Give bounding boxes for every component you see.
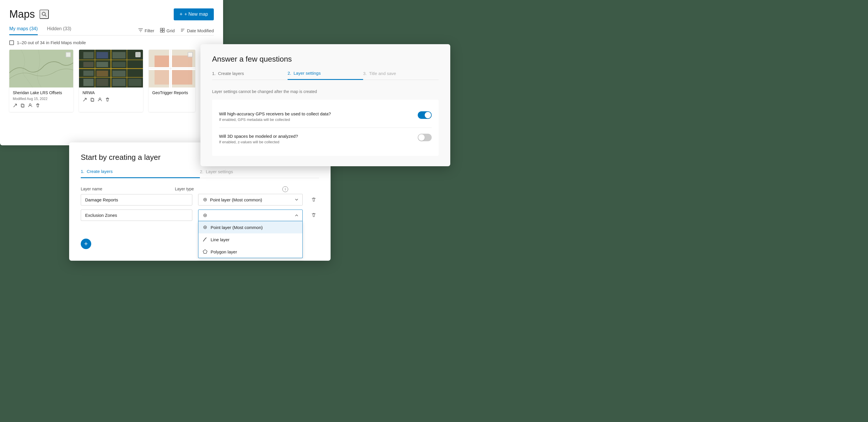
layer-type-dropdown: Point layer (Most common) Line layer Pol…: [198, 221, 303, 258]
layer-name-input-2[interactable]: [81, 210, 192, 221]
wizard-step-2[interactable]: 2. Layer settings: [200, 169, 319, 178]
warning-text: Layer settings cannot be changed after t…: [212, 89, 439, 94]
line-layer-option-icon: [203, 237, 208, 242]
delete-icon[interactable]: [35, 103, 40, 109]
dropdown-item-point[interactable]: Point layer (Most common): [198, 221, 302, 233]
date-modified-label: Date Modified: [187, 28, 214, 33]
maps-header: Maps + + New map: [9, 8, 214, 20]
map-card-1-body: Sheridan Lake LRS Offsets Modified Aug 1…: [9, 88, 73, 112]
open-icon[interactable]: [13, 103, 18, 109]
dropdown-item-polygon[interactable]: Polygon layer: [198, 246, 302, 258]
answer-step-1[interactable]: 1. Create layers: [212, 71, 287, 79]
step1-label: Create layers: [218, 71, 244, 76]
answer-step-3[interactable]: 3. Title and save: [363, 71, 439, 79]
line-option-label: Line layer: [211, 237, 229, 242]
map-card-3[interactable]: GeoTrigger Reports: [149, 50, 195, 112]
point-layer-icon: [203, 197, 208, 202]
3d-hint: If enabled, z-values will be collected: [219, 140, 298, 144]
share-icon-2[interactable]: [98, 97, 102, 103]
svg-rect-39: [172, 56, 192, 67]
gps-toggle[interactable]: [418, 111, 432, 119]
svg-point-12: [29, 104, 31, 106]
map-card-2-title: NRWA: [83, 90, 140, 95]
wizard-step-2-num: 2.: [200, 169, 204, 174]
open-icon-2[interactable]: [83, 97, 87, 103]
delete-row-1-button[interactable]: [309, 194, 319, 205]
toolbar: Filter Grid Date Modified: [138, 26, 214, 35]
3d-toggle[interactable]: [418, 134, 432, 141]
wizard-step-1-label: Create layers: [87, 169, 113, 174]
type-col-2: Point layer (Most common) Line layer Pol…: [198, 210, 303, 221]
dropdown-item-line[interactable]: Line layer: [198, 233, 302, 246]
form-header-row: Layer name Layer type i: [81, 186, 319, 191]
maps-panel: Maps + + New map My maps (34) Hidden (33…: [0, 0, 223, 145]
svg-rect-27: [83, 71, 94, 76]
answer-step-2[interactable]: 2. Layer settings: [287, 71, 363, 80]
terrain-map-preview: [9, 50, 73, 88]
step1-num: 1.: [212, 71, 216, 76]
map-thumb-3: [149, 50, 195, 88]
map-card-2-actions: [83, 97, 140, 103]
wizard-step-1[interactable]: 1. Create layers: [81, 169, 200, 178]
map-card-2-check[interactable]: [135, 52, 141, 57]
map-thumb-1: [9, 50, 73, 88]
select-all-checkbox[interactable]: [9, 40, 14, 45]
3d-question-text: Will 3D spaces be modeled or analyzed? I…: [219, 134, 298, 144]
tab-hidden[interactable]: Hidden (33): [47, 26, 71, 35]
name-header: Layer name: [81, 186, 169, 191]
search-button[interactable]: [39, 9, 49, 19]
polygon-option-label: Polygon layer: [211, 249, 237, 254]
svg-rect-38: [155, 56, 169, 67]
date-modified-button[interactable]: Date Modified: [180, 28, 214, 33]
svg-rect-3: [163, 28, 164, 30]
answer-dialog: Answer a few questions 1. Create layers …: [200, 44, 450, 166]
gps-question-text: Will high-accuracy GPS receivers be used…: [219, 111, 331, 122]
share-icon[interactable]: [28, 103, 33, 109]
map-card-1-check[interactable]: [66, 52, 71, 57]
tab-my-maps[interactable]: My maps (34): [9, 26, 38, 35]
grid-button[interactable]: Grid: [160, 28, 175, 33]
map-card-3-check[interactable]: [188, 52, 193, 57]
chevron-up-icon: [295, 214, 298, 217]
filter-button[interactable]: Filter: [138, 28, 154, 33]
map-card-1[interactable]: Sheridan Lake LRS Offsets Modified Aug 1…: [9, 50, 73, 112]
map-card-3-title: GeoTrigger Reports: [152, 90, 192, 95]
delete-row-2-button[interactable]: [309, 210, 319, 220]
point-option-label: Point layer (Most common): [211, 225, 262, 230]
plus-icon: +: [180, 11, 183, 18]
layer-type-info-icon[interactable]: i: [282, 186, 288, 192]
form-row-1: Point layer (Most common): [81, 194, 319, 206]
map-card-1-actions: [13, 103, 70, 109]
new-map-button[interactable]: + + New map: [174, 8, 214, 20]
layer-type-select-2[interactable]: [198, 210, 303, 221]
type-header: Layer type i: [175, 186, 279, 191]
svg-rect-33: [128, 79, 142, 86]
point-layer-icon-2: [203, 213, 208, 218]
map-card-2[interactable]: NRWA: [79, 50, 143, 112]
filter-label: Filter: [145, 28, 154, 33]
svg-rect-21: [83, 52, 94, 58]
svg-rect-29: [113, 71, 125, 77]
svg-rect-30: [83, 79, 94, 86]
layer-name-input-1[interactable]: [81, 194, 192, 206]
wizard-step-2-label: Layer settings: [206, 169, 233, 174]
type-col-1: Point layer (Most common): [198, 194, 303, 206]
svg-rect-40: [155, 70, 169, 85]
svg-rect-25: [96, 62, 108, 67]
svg-rect-28: [96, 71, 108, 77]
copy-icon-2[interactable]: [90, 97, 95, 103]
layer-name-label: Layer name: [81, 187, 102, 191]
sort-icon: [180, 28, 185, 33]
svg-rect-23: [113, 52, 125, 58]
gps-question: Will high-accuracy GPS receivers be used…: [219, 111, 331, 116]
add-layer-button[interactable]: +: [81, 239, 91, 249]
delete-icon-2[interactable]: [105, 97, 110, 103]
svg-rect-32: [113, 79, 125, 86]
step2-label: Layer settings: [294, 71, 321, 76]
svg-point-49: [205, 215, 206, 216]
map-card-3-body: GeoTrigger Reports: [149, 88, 195, 100]
layer-type-select-1[interactable]: Point layer (Most common): [198, 194, 303, 206]
copy-icon[interactable]: [20, 103, 25, 109]
name-col-2: [81, 210, 192, 221]
answer-section: Will high-accuracy GPS receivers be used…: [212, 100, 439, 156]
